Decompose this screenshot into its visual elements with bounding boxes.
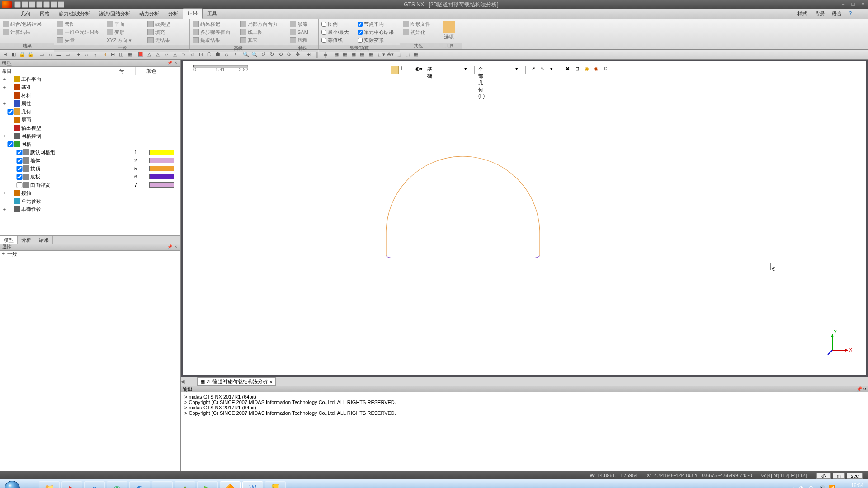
tb-icon[interactable]: ↺	[259, 51, 267, 59]
tab-results[interactable]: 结果	[183, 8, 203, 19]
qat-save-icon[interactable]	[29, 1, 35, 8]
btn-options[interactable]: 选项	[437, 20, 461, 41]
tray-icon[interactable]: ⚙	[809, 485, 816, 488]
tb-icon[interactable]: ▬	[55, 51, 63, 59]
btn-online-plot[interactable]: 线上图	[238, 28, 286, 36]
menu-background[interactable]: 背景	[812, 9, 827, 19]
tree-row[interactable]: 单元参数	[0, 197, 180, 205]
output-panel[interactable]: midas GTS NX 2017R1 (64bit)Copyright (C)…	[181, 392, 868, 471]
vt-icon[interactable]: ◐▾	[415, 66, 424, 74]
btn-combine-envelope[interactable]: 组合/包络结果	[1, 20, 43, 28]
tb-icon[interactable]: ⬚▾	[377, 51, 386, 59]
tb-icon[interactable]: ▦	[367, 51, 375, 59]
tb-icon[interactable]: ▦	[332, 51, 340, 59]
tray-up-icon[interactable]: ▲	[791, 486, 796, 488]
tab-model[interactable]: 模型	[0, 236, 18, 244]
tb-icon[interactable]: △	[171, 51, 179, 59]
btn-seepage[interactable]: 渗流	[288, 20, 310, 28]
btn-init[interactable]: 初始化	[401, 28, 432, 36]
tb-icon[interactable]: ↻	[268, 51, 276, 59]
tb-icon[interactable]: ⬚	[403, 51, 411, 59]
task-app2[interactable]: ☁	[152, 481, 173, 488]
vt-icon[interactable]	[391, 66, 399, 74]
tree-row[interactable]: +非弹性铰	[0, 205, 180, 213]
tb-icon[interactable]: ▽	[162, 51, 170, 59]
btn-1d-result[interactable]: 一维单元结果图	[55, 28, 105, 36]
qat-more-icon[interactable]	[58, 1, 64, 8]
task-media[interactable]: ▶	[61, 481, 82, 488]
tb-icon[interactable]: ◧	[9, 51, 18, 59]
task-gtsnx[interactable]: 🔶	[220, 481, 241, 488]
tree-row[interactable]: +接触	[0, 189, 180, 197]
qat-redo-icon[interactable]	[51, 1, 57, 8]
chk-contour[interactable]: 等值线	[320, 36, 356, 44]
btn-graphfile[interactable]: 图形文件	[401, 20, 432, 28]
tb-icon[interactable]: △	[154, 51, 162, 59]
tb-icon[interactable]: ⟲	[276, 51, 284, 59]
close-icon[interactable]: ×	[269, 379, 272, 385]
help-icon[interactable]: ?	[846, 9, 854, 19]
task-notes[interactable]: 📒	[265, 481, 286, 488]
tree-row[interactable]: +属性	[0, 99, 180, 108]
maximize-button[interactable]: □	[849, 1, 858, 8]
vt-icon[interactable]: ◉	[585, 66, 593, 74]
tb-icon[interactable]: ▷	[179, 51, 188, 59]
tree-row[interactable]: 材料	[0, 91, 180, 99]
chk-elemcenter[interactable]: 單元中心结果	[356, 28, 399, 36]
dd-allgeom[interactable]: 全部几何 (F)▾	[476, 66, 526, 74]
task-360[interactable]: ◉	[107, 481, 127, 488]
dd-xyz[interactable]: XYZ 方向 ▾	[105, 36, 146, 44]
properties-panel[interactable]: +一般	[0, 251, 180, 471]
tb-icon[interactable]: ⊞	[108, 51, 117, 59]
tb-icon[interactable]: ▦	[358, 51, 366, 59]
tab-analysis[interactable]: 分析	[164, 9, 183, 19]
tb-icon[interactable]: ⊡	[197, 51, 205, 59]
tb-icon[interactable]: △	[145, 51, 153, 59]
tree-row[interactable]: +网格控制	[0, 132, 180, 140]
tree-row[interactable]: 曲面弹簧7	[0, 181, 180, 189]
tb-icon[interactable]: ⬚	[395, 51, 403, 59]
btn-vector[interactable]: 矢量	[55, 36, 105, 44]
vt-icon[interactable]: ⤢	[531, 66, 539, 74]
tb-icon[interactable]: 🔓	[27, 51, 35, 59]
task-ie[interactable]: e	[84, 481, 105, 488]
tab-tools[interactable]: 工具	[203, 9, 222, 19]
tree-row[interactable]: 底板6	[0, 173, 180, 181]
close-icon[interactable]: ×	[173, 61, 179, 66]
menu-style[interactable]: 样式	[795, 9, 810, 19]
unit-force[interactable]: kN	[816, 473, 830, 479]
btn-multistep[interactable]: 多步骤等值面	[191, 28, 238, 36]
tb-icon[interactable]: ⊡	[100, 51, 108, 59]
btn-contour[interactable]: 云图	[55, 20, 105, 28]
tb-icon[interactable]: /	[231, 51, 239, 59]
chk-realdeform[interactable]: 实际变形	[356, 36, 399, 44]
tab-seepage[interactable]: 渗流/固结分析	[94, 9, 135, 19]
pin-icon[interactable]: 📌	[856, 386, 863, 392]
btn-fill[interactable]: 填充	[146, 28, 186, 36]
tb-icon[interactable]: ❋▾	[386, 51, 394, 59]
qat-open-icon[interactable]	[22, 1, 28, 8]
vt-icon[interactable]: ⚐	[604, 66, 612, 74]
tab-geometry[interactable]: 几何	[16, 9, 35, 19]
tray-network-icon[interactable]: 📶	[829, 485, 836, 488]
task-app4[interactable]: ▶	[197, 481, 218, 488]
tree-row[interactable]: 墙体2	[0, 156, 180, 164]
tb-icon[interactable]: ✥	[293, 51, 302, 59]
tree-row[interactable]: 几何	[0, 108, 180, 116]
chk-nodeavg[interactable]: 节点平均	[356, 20, 399, 28]
tree-row[interactable]: 拱顶5	[0, 164, 180, 173]
btn-history[interactable]: 历程	[288, 36, 310, 44]
task-app1[interactable]: ◐	[129, 481, 150, 488]
tb-icon[interactable]: ◁	[188, 51, 196, 59]
tb-icon[interactable]: ▦	[349, 51, 358, 59]
tab-dynamic[interactable]: 动力分析	[135, 9, 164, 19]
btn-calc-results[interactable]: 计算结果	[1, 28, 43, 36]
tree-row[interactable]: -网格	[0, 140, 180, 148]
tab-static[interactable]: 静力/边坡分析	[54, 9, 94, 19]
menu-language[interactable]: 语言	[829, 9, 844, 19]
vt-icon[interactable]: ◉	[594, 66, 602, 74]
tree-row[interactable]: 默认网格组1	[0, 148, 180, 156]
tree-row[interactable]: 输出模型	[0, 124, 180, 132]
tb-icon[interactable]: ◫	[117, 51, 125, 59]
tree-row[interactable]: +工作平面	[0, 75, 180, 83]
